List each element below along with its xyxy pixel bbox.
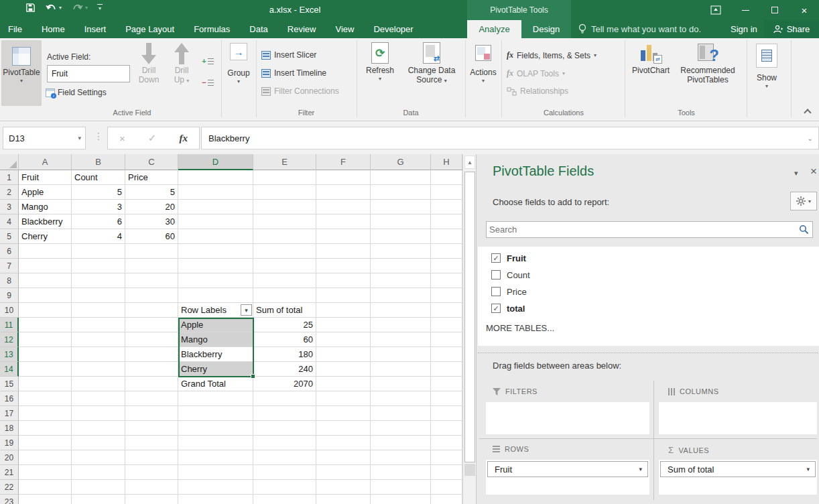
active-field-input[interactable]: Fruit (47, 65, 130, 82)
cell-G6[interactable] (371, 244, 431, 259)
cell-B11[interactable] (72, 318, 125, 332)
cell-A22[interactable] (19, 480, 72, 495)
values-area-field-sum-of-total[interactable]: Sum of total▾ (660, 461, 816, 477)
cell-F13[interactable] (316, 347, 371, 362)
cell-B1[interactable]: Count (72, 170, 125, 185)
cell-A5[interactable]: Cherry (19, 229, 72, 244)
group-button[interactable]: → Group ▾ (224, 43, 253, 84)
cell-H10[interactable] (431, 303, 462, 318)
cell-G8[interactable] (371, 273, 431, 288)
cell-G5[interactable] (371, 229, 431, 244)
tab-review[interactable]: Review (288, 24, 316, 34)
pivottable-options-button[interactable]: PivotTable ▾ (1, 40, 42, 106)
cell-G9[interactable] (371, 288, 431, 303)
cell-H5[interactable] (431, 229, 462, 244)
row-header-6[interactable]: 6 (0, 244, 19, 259)
cell-H4[interactable] (431, 214, 462, 229)
cell-E23[interactable] (253, 495, 316, 504)
cell-H12[interactable] (431, 332, 462, 347)
name-box-dropdown-icon[interactable]: ▾ (78, 135, 81, 141)
cell-D18[interactable] (178, 421, 253, 436)
select-all-corner[interactable] (0, 154, 19, 170)
cell-B8[interactable] (72, 273, 125, 288)
name-box[interactable]: D13 ▾ (3, 127, 86, 149)
tab-developer[interactable]: Developer (373, 24, 413, 34)
cell-B2[interactable]: 5 (72, 185, 125, 200)
tab-insert[interactable]: Insert (84, 24, 107, 34)
cell-G16[interactable] (371, 391, 431, 406)
cell-H8[interactable] (431, 273, 462, 288)
row-header-10[interactable]: 10 (0, 303, 19, 318)
fields-items-sets-button[interactable]: fx Fields, Items, & Sets ▾ (507, 50, 596, 60)
cell-F2[interactable] (316, 185, 371, 200)
cell-C18[interactable] (125, 421, 178, 436)
cell-H15[interactable] (431, 377, 462, 391)
cell-A10[interactable] (19, 303, 72, 318)
cell-F6[interactable] (316, 244, 371, 259)
checkbox-count-unchecked[interactable] (491, 270, 501, 279)
cell-C19[interactable] (125, 436, 178, 450)
cell-G17[interactable] (371, 406, 431, 421)
tab-formulas[interactable]: Formulas (194, 24, 230, 34)
cell-E8[interactable] (253, 273, 316, 288)
cell-B18[interactable] (72, 421, 125, 436)
cell-E2[interactable] (253, 185, 316, 200)
refresh-button[interactable]: ⟳ Refresh ▾ (361, 42, 399, 82)
confirm-entry-button[interactable]: ✓ (148, 132, 157, 144)
col-header-A[interactable]: A (19, 154, 72, 170)
row-header-13[interactable]: 13 (0, 347, 19, 362)
pill-dropdown-icon[interactable]: ▾ (639, 466, 642, 472)
cell-A7[interactable] (19, 259, 72, 273)
cell-A23[interactable] (19, 495, 72, 504)
tab-data[interactable]: Data (249, 24, 267, 34)
cell-D3[interactable] (178, 200, 253, 214)
field-settings-button[interactable]: i Field Settings (46, 88, 107, 97)
cell-A15[interactable] (19, 377, 72, 391)
cell-F3[interactable] (316, 200, 371, 214)
change-data-source-button[interactable]: Change Data Source ▾ (401, 42, 462, 84)
cell-E11[interactable]: 25 (253, 318, 316, 332)
cell-A16[interactable] (19, 391, 72, 406)
cell-F16[interactable] (316, 391, 371, 406)
pivotchart-button[interactable]: ⇄ PivotChart (629, 42, 673, 75)
cell-E18[interactable] (253, 421, 316, 436)
cell-B23[interactable] (72, 495, 125, 504)
save-button[interactable] (25, 3, 36, 13)
cell-H16[interactable] (431, 391, 462, 406)
cell-G1[interactable] (371, 170, 431, 185)
field-item-count[interactable]: Count (491, 267, 530, 283)
cell-E4[interactable] (253, 214, 316, 229)
cell-C13[interactable] (125, 347, 178, 362)
cell-A18[interactable] (19, 421, 72, 436)
cell-C7[interactable] (125, 259, 178, 273)
field-item-total[interactable]: ✓total (491, 300, 525, 316)
scrollbar-track[interactable] (464, 464, 475, 476)
insert-slicer-button[interactable]: Insert Slicer (261, 50, 316, 60)
cell-A13[interactable] (19, 347, 72, 362)
cell-F1[interactable] (316, 170, 371, 185)
rows-area-field-fruit[interactable]: Fruit▾ (487, 461, 648, 477)
cell-C14[interactable] (125, 362, 178, 377)
col-header-C[interactable]: C (125, 154, 178, 170)
cell-B15[interactable] (72, 377, 125, 391)
expand-field-button[interactable]: + (200, 54, 216, 68)
cell-D2[interactable] (178, 185, 253, 200)
cell-C3[interactable]: 20 (125, 200, 178, 214)
pill-dropdown-icon[interactable]: ▾ (806, 466, 810, 472)
collapse-ribbon-button[interactable] (803, 108, 812, 115)
cell-E15[interactable]: 2070 (253, 377, 316, 391)
cell-H22[interactable] (431, 480, 462, 495)
row-header-19[interactable]: 19 (0, 436, 19, 450)
cell-H2[interactable] (431, 185, 462, 200)
cell-F19[interactable] (316, 436, 371, 450)
cell-G2[interactable] (371, 185, 431, 200)
cell-C11[interactable] (125, 318, 178, 332)
cell-F9[interactable] (316, 288, 371, 303)
cell-D16[interactable] (178, 391, 253, 406)
cell-C6[interactable] (125, 244, 178, 259)
cell-C12[interactable] (125, 332, 178, 347)
cell-C23[interactable] (125, 495, 178, 504)
redo-button[interactable]: ▾ (71, 3, 88, 13)
cell-A20[interactable] (19, 450, 72, 465)
cell-B22[interactable] (72, 480, 125, 495)
